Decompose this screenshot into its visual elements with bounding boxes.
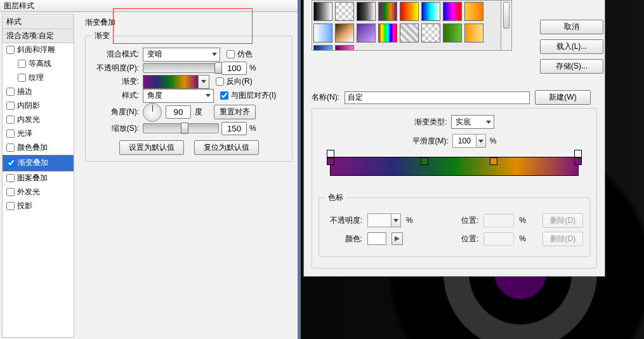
save-button[interactable]: 存储(S)...: [540, 59, 603, 74]
delete-color-stop-button: 删除(D): [542, 232, 583, 246]
gradient-preset-swatch[interactable]: [335, 23, 354, 43]
style-item-label: 内发光: [17, 114, 40, 125]
style-list-item[interactable]: 内发光: [3, 113, 74, 127]
style-item-checkbox[interactable]: [6, 202, 15, 210]
reset-default-button[interactable]: 复位为默认值: [194, 140, 259, 155]
style-item-checkbox[interactable]: [6, 116, 15, 124]
style-item-checkbox[interactable]: [6, 88, 15, 96]
name-input[interactable]: [345, 91, 530, 104]
scale-slider[interactable]: [143, 123, 219, 133]
gradient-bar[interactable]: [330, 157, 579, 176]
gradient-preset-swatch[interactable]: [443, 2, 462, 21]
reverse-checkbox[interactable]: 反向(R): [216, 76, 253, 87]
style-item-checkbox[interactable]: [6, 188, 15, 196]
style-item-checkbox[interactable]: [18, 60, 26, 68]
stop-color-well[interactable]: [367, 232, 386, 245]
stop-color-pos-input: [483, 232, 514, 246]
gradient-preset-swatch[interactable]: [378, 2, 397, 21]
scale-input[interactable]: [221, 122, 247, 135]
gradient-preset-swatch[interactable]: [313, 45, 332, 51]
style-item-checkbox[interactable]: [7, 159, 15, 167]
style-item-label: 内阴影: [17, 100, 40, 111]
style-list-header[interactable]: 样式: [3, 15, 74, 29]
chevron-down-icon: [201, 80, 206, 83]
angle-dial[interactable]: [143, 103, 162, 122]
dither-checkbox[interactable]: 仿色: [227, 49, 253, 60]
gradient-preset-swatch[interactable]: [313, 23, 332, 43]
gradient-preset-swatch[interactable]: [378, 23, 397, 43]
chevron-down-icon[interactable]: [476, 135, 485, 147]
gradient-preset-swatch[interactable]: [464, 2, 483, 21]
gradient-preset-swatch[interactable]: [357, 23, 376, 43]
gradient-dropdown-button[interactable]: [198, 76, 209, 88]
style-list-item[interactable]: 等高线: [3, 57, 74, 71]
new-button[interactable]: 新建(W): [535, 90, 591, 105]
opacity-stop[interactable]: [327, 150, 334, 157]
gradient-preset-swatch[interactable]: [335, 45, 354, 51]
angle-input[interactable]: [166, 105, 191, 119]
cancel-button[interactable]: 取消: [540, 20, 603, 34]
percent-label: %: [249, 63, 256, 74]
presets-scrollbar[interactable]: [501, 1, 511, 50]
layer-style-titlebar[interactable]: 图层样式: [0, 0, 298, 12]
type-label: 渐变类型:: [414, 117, 447, 128]
gradient-preset-swatch[interactable]: [400, 23, 419, 43]
style-item-checkbox[interactable]: [6, 46, 15, 54]
style-list-item[interactable]: 图案叠加: [3, 171, 74, 185]
slider-knob[interactable]: [214, 62, 222, 74]
gradient-group-legend: 渐变: [92, 30, 112, 41]
style-list-item[interactable]: 内阴影: [3, 99, 74, 113]
stop-pos-label: 位置:: [442, 234, 478, 244]
style-select[interactable]: 角度: [143, 89, 214, 103]
gradient-overlay-pane: 渐变叠加 渐变 混合模式: 变暗 仿色: [76, 12, 298, 339]
style-list-item[interactable]: 投影: [3, 199, 74, 213]
gradient-preset-swatch[interactable]: [400, 2, 419, 21]
smoothness-input[interactable]: [453, 135, 476, 147]
gradient-picker[interactable]: [143, 75, 209, 89]
style-item-checkbox[interactable]: [18, 74, 26, 82]
smoothness-spinner[interactable]: [452, 134, 486, 148]
gradient-preset-swatch[interactable]: [421, 23, 440, 43]
gradient-preset-swatch[interactable]: [357, 2, 376, 21]
gradient-preset-swatch[interactable]: [421, 2, 440, 21]
type-select[interactable]: 实底: [451, 115, 494, 129]
color-stop[interactable]: [490, 157, 497, 165]
opacity-label: 不透明度(P):: [92, 63, 139, 74]
style-list-item[interactable]: 外发光: [3, 185, 74, 199]
gradient-preset-swatch[interactable]: [443, 23, 462, 43]
style-item-checkbox[interactable]: [6, 102, 15, 110]
style-list-item[interactable]: 光泽: [3, 127, 74, 141]
blend-options-item[interactable]: 混合选项:自定: [3, 29, 74, 43]
align-checkbox[interactable]: 与图层对齐(I): [220, 90, 276, 101]
style-list-item[interactable]: 纹理: [3, 71, 74, 85]
style-list-item[interactable]: 颜色叠加: [3, 141, 74, 155]
gradient-preset-swatch[interactable]: [313, 2, 332, 21]
slider-knob[interactable]: [181, 123, 188, 134]
color-stop[interactable]: [421, 157, 428, 165]
color-stop[interactable]: [574, 157, 582, 165]
style-list-item[interactable]: 描边: [3, 85, 74, 99]
load-button[interactable]: 载入(L)...: [540, 39, 603, 54]
reverse-label: 反向(R): [227, 76, 253, 87]
style-list-item[interactable]: 渐变叠加: [3, 155, 74, 171]
dither-checkbox-input[interactable]: [227, 50, 235, 58]
style-item-checkbox[interactable]: [6, 143, 15, 152]
opacity-stop[interactable]: [574, 150, 582, 157]
style-list-item[interactable]: 斜面和浮雕: [3, 43, 74, 57]
blend-mode-select[interactable]: 变暗: [143, 48, 220, 62]
color-stop[interactable]: [327, 157, 334, 165]
percent-label: %: [490, 136, 497, 147]
reset-align-button[interactable]: 重置对齐: [214, 105, 256, 119]
gradient-preset-swatch[interactable]: [464, 23, 483, 43]
style-item-checkbox[interactable]: [6, 174, 15, 182]
align-checkbox-input[interactable]: [220, 91, 228, 100]
opacity-slider[interactable]: [143, 63, 219, 73]
stop-color-menu-button[interactable]: [391, 232, 403, 245]
opacity-input[interactable]: [221, 62, 247, 75]
make-default-button[interactable]: 设置为默认值: [119, 140, 184, 155]
style-item-checkbox[interactable]: [6, 130, 15, 138]
stop-opacity-input: [368, 214, 391, 227]
reverse-checkbox-input[interactable]: [216, 77, 224, 86]
stop-opacity-spinner[interactable]: [367, 213, 401, 227]
gradient-preset-swatch[interactable]: [335, 2, 354, 21]
